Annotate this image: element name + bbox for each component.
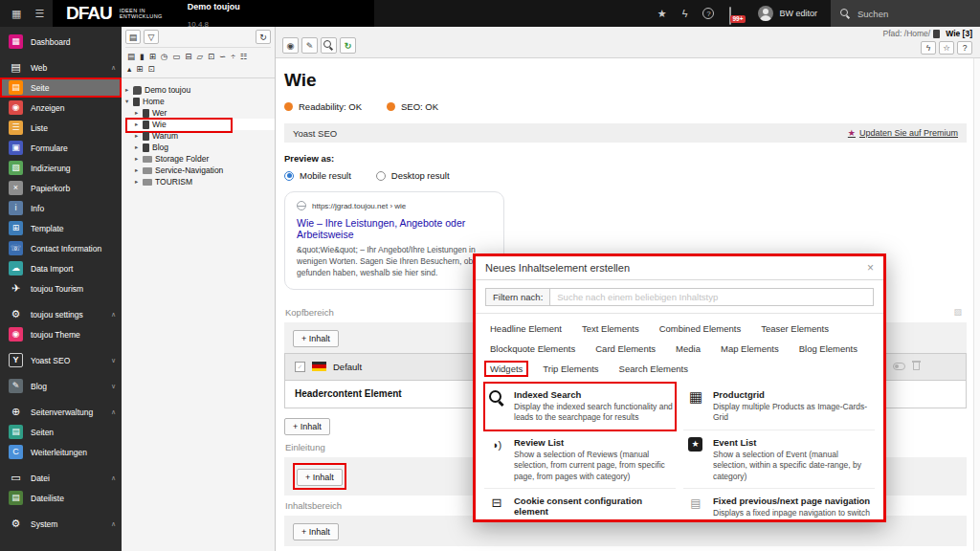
expand-arrow-icon[interactable]: ▾	[125, 98, 133, 105]
help-button[interactable]: ?	[957, 41, 972, 55]
sidebar-item-yoast-seo[interactable]: Y Yoast SEO ∨	[0, 350, 122, 370]
filter-input[interactable]	[550, 288, 874, 306]
tab-blog-elements[interactable]: Blog Elements	[793, 341, 863, 357]
tree-item-warum[interactable]: ▸ Warum	[125, 130, 275, 142]
drag-link-icon[interactable]: ∽	[219, 52, 226, 62]
sidebar-item-datei[interactable]: ▭ Datei ∧	[0, 468, 122, 488]
expand-arrow-icon[interactable]: ▸	[135, 121, 143, 128]
module-menu-toggle-icon[interactable]: ▦	[11, 8, 21, 20]
drag-user-page-icon[interactable]: ▴	[127, 64, 131, 75]
tree-item-home[interactable]: ▾ Home	[125, 96, 275, 107]
refresh-icon[interactable]: ↻	[256, 30, 271, 44]
drag-grid-page-icon[interactable]: ⊞	[136, 64, 143, 75]
tree-item-wie[interactable]: ▸ Wie	[125, 119, 275, 130]
tab-search-elements[interactable]: Search Elements	[613, 361, 694, 377]
add-content-button[interactable]: + Inhalt	[293, 523, 339, 540]
sidebar-item-data-import[interactable]: ☁ Data Import	[0, 258, 122, 278]
tab-combined-elements[interactable]: Combined Elements	[654, 320, 747, 337]
drag-content-page-icon[interactable]: ⊟	[185, 52, 191, 62]
tree-item-demo-toujou[interactable]: ▸ Demo toujou	[125, 84, 275, 96]
drag-page-icon[interactable]: ▤	[127, 52, 135, 62]
close-icon[interactable]: ×	[867, 261, 874, 275]
clear-cache-button[interactable]: ↻	[340, 37, 356, 54]
tab-widgets[interactable]: Widgets	[484, 361, 528, 377]
desktop-result-radio[interactable]: Desktop result	[376, 170, 450, 181]
user-menu[interactable]: BW editor	[758, 6, 817, 21]
tab-map-elements[interactable]: Map Elements	[715, 341, 785, 357]
sidebar-item-blog[interactable]: ✎ Blog ∨	[0, 376, 122, 396]
sidebar-item-seiten[interactable]: ▤ Seiten	[0, 422, 122, 442]
sidebar-item-liste[interactable]: ☰ Liste	[0, 118, 122, 138]
tree-item-tourism[interactable]: ▸ TOURISM	[125, 176, 275, 187]
search-button[interactable]	[321, 37, 337, 54]
filter-button[interactable]: ▽	[144, 30, 159, 44]
tree-item-service-navigation[interactable]: ▸ Service-Navigation	[125, 165, 275, 176]
radio-selected-icon[interactable]	[284, 171, 294, 181]
sidebar-item-indizierung[interactable]: ▧ Indizierung	[0, 158, 122, 178]
sidebar-item-contact-information[interactable]: ☏ Contact Information	[0, 238, 122, 258]
visibility-toggle-icon[interactable]	[893, 363, 905, 370]
drag-timed-page-icon[interactable]: ◷	[161, 52, 167, 62]
add-content-button-einleitung[interactable]: + Inhalt	[297, 469, 343, 486]
tab-text-elements[interactable]: Text Elements	[576, 320, 645, 337]
sidebar-item-formulare[interactable]: ▣ Formulare	[0, 138, 122, 158]
add-content-button[interactable]: + Inhalt	[293, 330, 339, 347]
tab-trip-elements[interactable]: Trip Elements	[537, 361, 604, 377]
mobile-result-radio[interactable]: Mobile result	[284, 170, 351, 181]
modal-item-cookie-consent[interactable]: ⊟ Cookie consent configuration element D…	[484, 489, 676, 522]
checkbox-icon[interactable]: ✓	[295, 362, 305, 372]
tab-teaser-elements[interactable]: Teaser Elements	[755, 320, 835, 337]
expand-arrow-icon[interactable]: ▸	[135, 166, 143, 174]
pagetree-toggle-icon[interactable]: ☰	[34, 8, 44, 20]
radio-unselected-icon[interactable]	[376, 171, 386, 181]
modal-item-productgrid[interactable]: ▦ Productgrid Display multiple Products …	[683, 383, 875, 430]
modal-item-review-list[interactable]: ◗) Review List Show a selection of Revie…	[484, 430, 676, 489]
sidebar-item-anzeigen[interactable]: ◉ Anzeigen	[0, 98, 122, 118]
expand-arrow-icon[interactable]: ▸	[135, 178, 143, 186]
drag-mountpoint-icon[interactable]: ⊞	[149, 52, 156, 62]
sidebar-item-template[interactable]: ⊞ Template	[0, 218, 122, 238]
sidebar-item-system[interactable]: ⚙ System ∧	[0, 514, 122, 534]
tree-item-storage-folder[interactable]: ▸ Storage Folder	[125, 153, 275, 165]
sidebar-item-toujou-settings[interactable]: ⚙ toujou settings ∧	[0, 304, 122, 324]
sidebar-item-info[interactable]: i Info	[0, 198, 122, 218]
view-webpage-button[interactable]: ◉	[282, 37, 299, 54]
edit-page-properties-button[interactable]: ✎	[301, 37, 318, 54]
sidebar-item-seitenverwaltung[interactable]: ⊕ Seitenverwaltung ∧	[0, 402, 122, 422]
drag-shortcut-icon[interactable]: ▮	[140, 52, 145, 62]
bookmark-button[interactable]: ☆	[939, 41, 954, 55]
tab-headline-element[interactable]: Headline Element	[484, 320, 568, 337]
modal-item-event-list[interactable]: ★ Event List Show a selection of Event (…	[683, 430, 875, 489]
drag-frame-page-icon[interactable]: ⊡	[147, 64, 154, 75]
sidebar-item-weiterleitungen[interactable]: C Weiterleitungen	[0, 442, 122, 462]
new-page-button[interactable]: ▤	[125, 30, 141, 44]
expand-arrow-icon[interactable]: ▸	[135, 143, 143, 151]
sidebar-item-seite[interactable]: ▤ Seite	[0, 77, 122, 98]
sidebar-item-papierkorb[interactable]: × Papierkorb	[0, 178, 122, 198]
bookmark-star-icon[interactable]: ★	[657, 8, 667, 20]
sidebar-item-toujou-tourism[interactable]: ✈ toujou Tourism	[0, 278, 122, 298]
workspace-icon[interactable]: 99+	[729, 8, 743, 19]
delete-trash-icon[interactable]	[913, 363, 920, 370]
help-icon[interactable]: ?	[702, 8, 714, 19]
tree-item-wer[interactable]: ▸ Wer	[125, 107, 275, 119]
tree-item-blog[interactable]: ▸ Blog	[125, 142, 275, 153]
modal-item-indexed-search[interactable]: Indexed Search Display the indexed searc…	[484, 383, 676, 430]
expand-arrow-icon[interactable]: ▸	[135, 109, 143, 117]
drag-divider-icon[interactable]: ÷	[231, 52, 235, 62]
expand-arrow-icon[interactable]: ▸	[135, 155, 143, 163]
drag-menu-page-icon[interactable]: ☷	[240, 52, 248, 62]
sidebar-item-toujou-theme[interactable]: ◉ toujou Theme	[0, 324, 122, 344]
drag-backend-section-icon[interactable]: ▭	[172, 52, 180, 62]
sidebar-item-web[interactable]: ▤ Web ∧	[0, 57, 122, 77]
cache-bolt-button[interactable]: ϟ	[921, 41, 936, 55]
add-content-button[interactable]: + Inhalt	[284, 418, 330, 435]
drag-folder-icon[interactable]: ▱	[196, 52, 203, 62]
tab-media[interactable]: Media	[670, 341, 706, 357]
drag-recycler-icon[interactable]: ⊡	[208, 52, 214, 62]
expand-arrow-icon[interactable]: ▸	[135, 132, 143, 140]
scrollbar[interactable]	[973, 58, 980, 551]
clear-cache-bolt-icon[interactable]: ϟ	[682, 8, 688, 19]
expand-arrow-icon[interactable]: ▸	[125, 86, 133, 94]
sidebar-item-dashboard[interactable]: ▦ Dashboard	[0, 32, 122, 52]
